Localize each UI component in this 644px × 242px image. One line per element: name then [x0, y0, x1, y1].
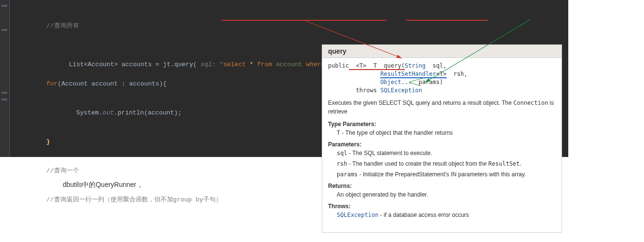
sql-ident: account [272, 61, 306, 68]
type-rsh: ResultSetHandler [380, 71, 436, 78]
string-literal: " [219, 61, 223, 68]
param-code: ResultSet [488, 160, 520, 167]
param-desc: - The type of object that the handler re… [340, 129, 452, 136]
param-name: params [337, 171, 357, 178]
param-name: rsh [337, 160, 347, 167]
brace: } [46, 138, 50, 145]
code-text: .println(account); [114, 109, 181, 116]
type-object: Object [380, 79, 401, 85]
code-text: List<Account> accounts = jt.query( [69, 61, 197, 68]
editor-gutter [0, 0, 10, 157]
keyword-for: for [46, 80, 57, 87]
param-name: sql [337, 150, 347, 157]
section-returns: Returns: [328, 183, 556, 189]
sig-throws: throws [328, 87, 380, 94]
param-row: sql - The SQL statement to execute. [337, 150, 556, 157]
code-comment: //查询所有 [46, 22, 79, 29]
red-underline [222, 20, 386, 21]
throws-code: SQLException [337, 212, 379, 218]
code-comment: //查询一个 [46, 167, 79, 174]
sig-param: ... params) [401, 79, 443, 85]
throws-row: SQLException - if a database access erro… [337, 212, 556, 218]
section-params: Parameters: [328, 141, 556, 148]
sql-keyword: from [257, 61, 272, 68]
sig-param: rsh, [447, 71, 467, 77]
sig-generic: <T> T query( [349, 62, 405, 70]
sig-pad [328, 79, 380, 85]
method-signature: public <T> T query(String sql, ResultSet… [328, 62, 556, 95]
param-row: params - Initialize the PreparedStatemen… [337, 171, 556, 178]
doc-body: public <T> T query(String sql, ResultSet… [322, 58, 562, 226]
red-underline [406, 20, 488, 21]
returns-desc: An object generated by the handler. [337, 191, 556, 198]
javadoc-panel[interactable]: query public <T> T query(String sql, Res… [322, 44, 562, 233]
param-desc: - The SQL statement to execute. [347, 150, 432, 157]
param-desc: - Initialize the PreparedStatement's IN … [357, 171, 526, 178]
doc-title: query [322, 45, 562, 58]
param-desc: - The handler used to create the result … [347, 160, 489, 167]
code-text: (Account account : accounts){ [57, 80, 166, 87]
param-hint: sql: [197, 61, 219, 68]
doc-description: Executes the given SELECT SQL query and … [328, 99, 556, 116]
section-type-params: Type Parameters: [328, 121, 556, 128]
sig-param: sql, [425, 62, 446, 69]
param-row: T - The type of object that the handler … [337, 129, 556, 136]
type-sqle: SQLException [380, 87, 422, 94]
code-text: System. [76, 109, 103, 116]
throws-desc: - if a database access error occurs [379, 212, 469, 218]
sql-keyword: select [223, 61, 246, 68]
param-row: rsh - The handler used to create the res… [337, 160, 556, 167]
caption-text: dbutils中的QueryRunner， [63, 181, 143, 189]
desc-code: Connection [513, 100, 548, 106]
sig-generic: <T> [436, 71, 447, 78]
desc-text: Executes the given SELECT SQL query and … [328, 100, 513, 106]
sql-star: * [246, 61, 257, 68]
type-string: String [405, 62, 425, 69]
section-throws: Throws: [328, 203, 556, 210]
field-out: out [103, 109, 114, 116]
code-comment: //查询返回一行一列（使用聚合函数，但不加group by子句） [46, 196, 222, 203]
sig-public: public [328, 62, 349, 69]
param-desc: . [520, 160, 521, 167]
sig-pad [328, 71, 380, 77]
